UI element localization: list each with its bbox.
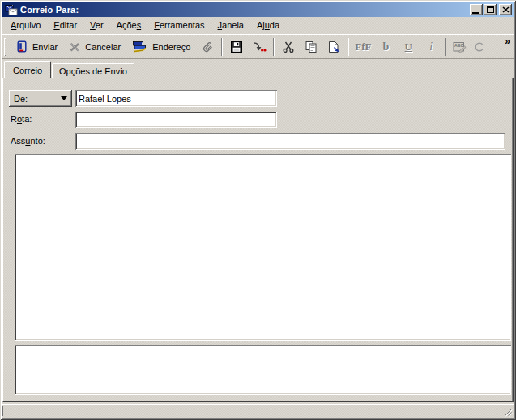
de-dropdown-button[interactable]: De: <box>9 90 72 107</box>
cancel-x-icon <box>69 41 81 53</box>
font-button[interactable]: FfF <box>352 37 374 57</box>
paperclip-icon <box>201 40 214 53</box>
paste-page-icon <box>327 40 340 53</box>
resize-grip-icon <box>502 406 513 417</box>
close-icon <box>502 6 510 13</box>
menubar: Arquivo Editar Ver Ações Ferramentas Jan… <box>2 17 514 33</box>
menu-janela[interactable]: Janela <box>211 19 250 32</box>
toolbar-separator <box>273 38 275 56</box>
toolbar-separator <box>445 38 446 56</box>
assunto-label: Assunto: <box>11 136 45 146</box>
cut-button[interactable] <box>277 37 300 57</box>
dropdown-arrow-icon <box>61 96 67 100</box>
message-body[interactable] <box>15 154 511 341</box>
toolbar-grip[interactable] <box>4 38 6 56</box>
address-book-icon <box>132 40 148 53</box>
route-button[interactable] <box>248 37 271 57</box>
open-circle-icon <box>474 41 485 53</box>
toolbar-separator <box>348 38 349 56</box>
cancel-button[interactable]: Cancelar <box>63 37 126 57</box>
close-button[interactable] <box>499 4 512 15</box>
titlebar-controls <box>470 4 512 15</box>
tabstrip: Correio Opções de Envio <box>2 61 514 78</box>
rota-label: Rota: <box>11 114 32 124</box>
toolbar-overflow-button[interactable]: » <box>501 36 514 47</box>
window-title: Correio Para: <box>20 5 79 15</box>
copy-button[interactable] <box>300 37 322 57</box>
scissors-icon <box>282 40 295 53</box>
save-button[interactable] <box>225 37 248 57</box>
menu-arquivo[interactable]: Arquivo <box>4 19 47 32</box>
window: Correio Para: Arquivo Editar Ver Ações F… <box>0 0 516 420</box>
spellcheck-abc-icon: ABC <box>453 40 468 53</box>
attach-button[interactable] <box>196 37 219 57</box>
tab-opcoes-de-envio[interactable]: Opções de Envio <box>52 63 134 78</box>
tab-correio[interactable]: Correio <box>4 61 51 78</box>
toolbar-separator <box>221 38 223 56</box>
send-icon <box>15 40 28 53</box>
minimize-button[interactable] <box>470 4 483 15</box>
rota-field[interactable] <box>75 112 277 128</box>
statusbar <box>2 404 514 418</box>
svg-text:ABC: ABC <box>454 43 463 48</box>
autocorrect-button[interactable] <box>471 37 488 57</box>
menu-ajuda[interactable]: Ajuda <box>250 19 286 32</box>
menu-ferramentas[interactable]: Ferramentas <box>147 19 211 32</box>
send-button[interactable]: Enviar <box>10 37 63 57</box>
assunto-field[interactable] <box>75 133 505 150</box>
spellcheck-button[interactable]: ABC <box>449 37 471 57</box>
menu-acoes[interactable]: Ações <box>110 19 148 32</box>
attachments-pane[interactable] <box>15 345 511 395</box>
underline-button[interactable]: U <box>397 37 420 57</box>
maximize-button[interactable] <box>484 4 497 15</box>
menu-editar[interactable]: Editar <box>47 19 83 32</box>
italic-button[interactable]: i <box>420 37 442 57</box>
bold-button[interactable]: b <box>374 37 397 57</box>
de-field[interactable] <box>75 90 277 107</box>
paste-button[interactable] <box>322 37 345 57</box>
minimize-icon <box>472 12 479 14</box>
copy-icon <box>305 40 318 53</box>
resize-grip[interactable] <box>502 406 513 417</box>
mail-envelope-icon <box>5 4 18 16</box>
statusbar-divider <box>2 406 3 416</box>
maximize-icon <box>487 6 494 13</box>
route-arrow-icon <box>252 41 267 53</box>
titlebar[interactable]: Correio Para: <box>2 2 514 17</box>
save-floppy-icon <box>230 40 243 53</box>
toolbar: Enviar Cancelar Endereço <box>2 34 514 59</box>
menu-ver[interactable]: Ver <box>83 19 110 32</box>
address-button[interactable]: Endereço <box>126 37 196 57</box>
mail-tab-panel: De: Rota: Assunto: <box>2 78 514 402</box>
